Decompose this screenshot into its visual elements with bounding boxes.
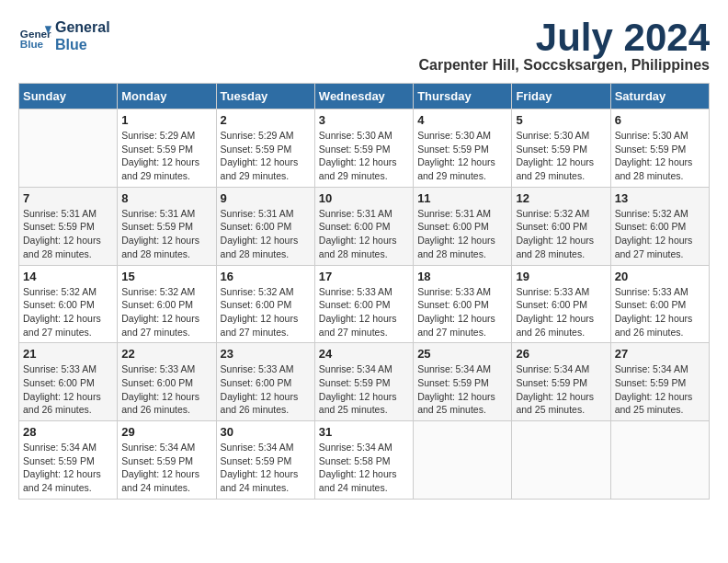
calendar-cell: 31Sunrise: 5:34 AM Sunset: 5:58 PM Dayli… — [314, 421, 413, 500]
day-info: Sunrise: 5:31 AM Sunset: 6:00 PM Dayligh… — [221, 207, 311, 261]
calendar-cell: 20Sunrise: 5:33 AM Sunset: 6:00 PM Dayli… — [610, 265, 709, 343]
day-number: 30 — [221, 425, 311, 439]
title-block: July 2024 Carpenter Hill, Soccsksargen, … — [418, 18, 710, 74]
day-number: 19 — [516, 270, 606, 283]
calendar-cell: 8Sunrise: 5:31 AM Sunset: 5:59 PM Daylig… — [118, 187, 216, 265]
day-info: Sunrise: 5:32 AM Sunset: 6:00 PM Dayligh… — [121, 285, 211, 339]
day-number: 11 — [417, 191, 507, 205]
day-info: Sunrise: 5:34 AM Sunset: 5:59 PM Dayligh… — [121, 441, 211, 495]
calendar-cell: 16Sunrise: 5:32 AM Sunset: 6:00 PM Dayli… — [216, 265, 314, 343]
day-info: Sunrise: 5:30 AM Sunset: 5:59 PM Dayligh… — [319, 129, 409, 183]
day-info: Sunrise: 5:34 AM Sunset: 5:59 PM Dayligh… — [417, 362, 507, 417]
location-title: Carpenter Hill, Soccsksargen, Philippine… — [418, 57, 710, 74]
calendar-cell: 15Sunrise: 5:32 AM Sunset: 6:00 PM Dayli… — [118, 265, 216, 343]
day-number: 2 — [221, 113, 311, 127]
calendar-cell: 17Sunrise: 5:33 AM Sunset: 6:00 PM Dayli… — [314, 265, 413, 343]
day-info: Sunrise: 5:34 AM Sunset: 5:59 PM Dayligh… — [221, 441, 311, 495]
day-number: 8 — [121, 191, 211, 205]
day-number: 17 — [319, 270, 409, 283]
calendar-cell: 7Sunrise: 5:31 AM Sunset: 5:59 PM Daylig… — [19, 187, 118, 265]
day-number: 12 — [516, 191, 606, 205]
calendar-cell: 23Sunrise: 5:33 AM Sunset: 6:00 PM Dayli… — [216, 343, 314, 421]
day-info: Sunrise: 5:31 AM Sunset: 5:59 PM Dayligh… — [121, 207, 211, 261]
day-number: 25 — [417, 347, 507, 361]
column-header-monday: Monday — [118, 84, 216, 109]
day-info: Sunrise: 5:29 AM Sunset: 5:59 PM Dayligh… — [121, 129, 211, 183]
day-info: Sunrise: 5:32 AM Sunset: 6:00 PM Dayligh… — [221, 285, 311, 339]
column-header-friday: Friday — [512, 84, 610, 109]
day-info: Sunrise: 5:33 AM Sunset: 6:00 PM Dayligh… — [615, 285, 705, 339]
day-number: 16 — [221, 270, 311, 283]
logo-blue: Blue — [55, 36, 110, 53]
page-header: General Blue General Blue July 2024 Carp… — [18, 18, 710, 74]
day-info: Sunrise: 5:34 AM Sunset: 5:58 PM Dayligh… — [319, 441, 409, 495]
calendar-cell — [19, 109, 118, 188]
day-info: Sunrise: 5:33 AM Sunset: 6:00 PM Dayligh… — [121, 362, 211, 417]
day-info: Sunrise: 5:29 AM Sunset: 5:59 PM Dayligh… — [221, 129, 311, 183]
svg-text:Blue: Blue — [20, 38, 44, 50]
calendar-cell: 3Sunrise: 5:30 AM Sunset: 5:59 PM Daylig… — [314, 109, 413, 188]
day-info: Sunrise: 5:34 AM Sunset: 5:59 PM Dayligh… — [615, 362, 705, 417]
calendar-cell: 6Sunrise: 5:30 AM Sunset: 5:59 PM Daylig… — [610, 109, 709, 188]
day-info: Sunrise: 5:34 AM Sunset: 5:59 PM Dayligh… — [23, 441, 113, 495]
month-title: July 2024 — [418, 18, 710, 57]
calendar-cell: 21Sunrise: 5:33 AM Sunset: 6:00 PM Dayli… — [19, 343, 118, 421]
day-number: 1 — [121, 113, 211, 127]
day-number: 6 — [615, 113, 705, 127]
day-number: 22 — [121, 347, 211, 361]
calendar-cell: 4Sunrise: 5:30 AM Sunset: 5:59 PM Daylig… — [414, 109, 512, 188]
calendar-cell: 22Sunrise: 5:33 AM Sunset: 6:00 PM Dayli… — [118, 343, 216, 421]
calendar-table: SundayMondayTuesdayWednesdayThursdayFrid… — [18, 83, 710, 500]
day-number: 18 — [417, 270, 507, 283]
calendar-cell: 27Sunrise: 5:34 AM Sunset: 5:59 PM Dayli… — [610, 343, 709, 421]
calendar-cell — [512, 421, 610, 500]
day-number: 7 — [23, 191, 113, 205]
day-number: 13 — [615, 191, 705, 205]
day-number: 4 — [417, 113, 507, 127]
calendar-cell: 9Sunrise: 5:31 AM Sunset: 6:00 PM Daylig… — [216, 187, 314, 265]
day-number: 27 — [615, 347, 705, 361]
day-number: 20 — [615, 270, 705, 283]
day-info: Sunrise: 5:33 AM Sunset: 6:00 PM Dayligh… — [23, 362, 113, 417]
calendar-cell: 13Sunrise: 5:32 AM Sunset: 6:00 PM Dayli… — [610, 187, 709, 265]
calendar-cell: 2Sunrise: 5:29 AM Sunset: 5:59 PM Daylig… — [216, 109, 314, 188]
logo: General Blue General Blue — [18, 18, 110, 53]
day-number: 24 — [319, 347, 409, 361]
calendar-cell: 12Sunrise: 5:32 AM Sunset: 6:00 PM Dayli… — [512, 187, 610, 265]
day-number: 21 — [23, 347, 113, 361]
calendar-cell: 28Sunrise: 5:34 AM Sunset: 5:59 PM Dayli… — [19, 421, 118, 500]
day-info: Sunrise: 5:30 AM Sunset: 5:59 PM Dayligh… — [417, 129, 507, 183]
day-info: Sunrise: 5:33 AM Sunset: 6:00 PM Dayligh… — [221, 362, 311, 417]
calendar-cell: 1Sunrise: 5:29 AM Sunset: 5:59 PM Daylig… — [118, 109, 216, 188]
day-number: 29 — [121, 425, 211, 439]
calendar-cell: 11Sunrise: 5:31 AM Sunset: 6:00 PM Dayli… — [414, 187, 512, 265]
calendar-cell: 10Sunrise: 5:31 AM Sunset: 6:00 PM Dayli… — [314, 187, 413, 265]
day-info: Sunrise: 5:34 AM Sunset: 5:59 PM Dayligh… — [319, 362, 409, 417]
calendar-cell: 19Sunrise: 5:33 AM Sunset: 6:00 PM Dayli… — [512, 265, 610, 343]
day-info: Sunrise: 5:32 AM Sunset: 6:00 PM Dayligh… — [615, 207, 705, 261]
logo-general: General — [55, 18, 110, 36]
column-header-saturday: Saturday — [610, 84, 709, 109]
day-info: Sunrise: 5:31 AM Sunset: 5:59 PM Dayligh… — [23, 207, 113, 261]
day-info: Sunrise: 5:32 AM Sunset: 6:00 PM Dayligh… — [23, 285, 113, 339]
calendar-cell: 25Sunrise: 5:34 AM Sunset: 5:59 PM Dayli… — [414, 343, 512, 421]
day-info: Sunrise: 5:30 AM Sunset: 5:59 PM Dayligh… — [516, 129, 606, 183]
day-number: 5 — [516, 113, 606, 127]
day-number: 15 — [121, 270, 211, 283]
calendar-cell: 18Sunrise: 5:33 AM Sunset: 6:00 PM Dayli… — [414, 265, 512, 343]
column-header-thursday: Thursday — [414, 84, 512, 109]
calendar-cell: 14Sunrise: 5:32 AM Sunset: 6:00 PM Dayli… — [19, 265, 118, 343]
day-number: 26 — [516, 347, 606, 361]
day-info: Sunrise: 5:33 AM Sunset: 6:00 PM Dayligh… — [417, 285, 507, 339]
day-number: 3 — [319, 113, 409, 127]
calendar-cell: 5Sunrise: 5:30 AM Sunset: 5:59 PM Daylig… — [512, 109, 610, 188]
calendar-cell — [610, 421, 709, 500]
day-info: Sunrise: 5:32 AM Sunset: 6:00 PM Dayligh… — [516, 207, 606, 261]
day-info: Sunrise: 5:31 AM Sunset: 6:00 PM Dayligh… — [417, 207, 507, 261]
day-number: 14 — [23, 270, 113, 283]
column-header-wednesday: Wednesday — [314, 84, 413, 109]
day-info: Sunrise: 5:30 AM Sunset: 5:59 PM Dayligh… — [615, 129, 705, 183]
calendar-cell: 30Sunrise: 5:34 AM Sunset: 5:59 PM Dayli… — [216, 421, 314, 500]
calendar-cell: 24Sunrise: 5:34 AM Sunset: 5:59 PM Dayli… — [314, 343, 413, 421]
day-number: 10 — [319, 191, 409, 205]
